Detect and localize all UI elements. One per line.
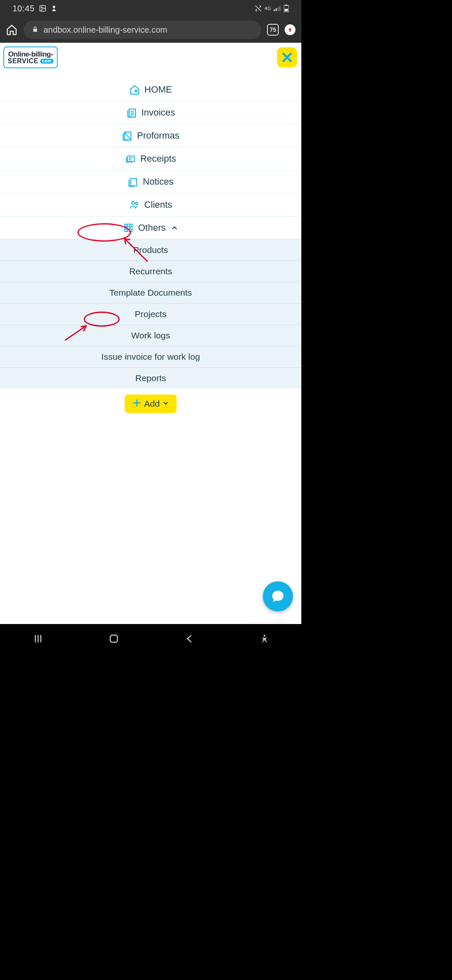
svg-rect-3 — [276, 8, 277, 11]
menu-item-proformas[interactable]: Proformas — [0, 124, 301, 147]
status-time: 10:45 — [13, 4, 35, 13]
menu-label: Notices — [143, 176, 173, 187]
sub-label: Projects — [135, 309, 167, 319]
sub-item-reports[interactable]: Reports — [0, 367, 301, 389]
others-submenu: Products Recurrents Template Documents P… — [0, 239, 301, 389]
sub-item-worklogs[interactable]: Work logs — [0, 325, 301, 346]
sub-item-recurrents[interactable]: Recurrents — [0, 260, 301, 282]
puzzle-icon — [123, 222, 134, 233]
menu-item-clients[interactable]: Clients — [0, 193, 301, 216]
nav-accessibility-button[interactable] — [260, 634, 269, 643]
site-logo[interactable]: Online-billing- SERVICE com — [3, 46, 58, 68]
menu-label: Proformas — [137, 130, 179, 141]
tab-count-label: 75 — [270, 26, 276, 33]
menu-item-receipts[interactable]: Receipts — [0, 147, 301, 170]
signal-icon — [274, 5, 281, 11]
svg-rect-7 — [285, 9, 288, 11]
image-icon — [39, 5, 46, 12]
url-text: andbox.online-billing-service.com — [44, 25, 167, 35]
sub-label: Issue invoice for work log — [101, 352, 200, 362]
lock-icon — [32, 25, 39, 35]
sub-label: Products — [134, 245, 168, 255]
svg-point-18 — [263, 634, 265, 637]
menu-label: Invoices — [141, 107, 175, 118]
plus-icon — [132, 398, 141, 410]
add-label: Add — [144, 399, 159, 409]
notices-icon — [128, 176, 139, 187]
browser-home-button[interactable] — [6, 24, 18, 36]
chat-fab[interactable] — [263, 581, 293, 611]
svg-rect-2 — [274, 10, 275, 11]
logo-tag: com — [40, 59, 54, 64]
chevron-down-icon — [162, 399, 169, 409]
android-nav-bar — [0, 624, 301, 653]
sub-item-issue-invoice[interactable]: Issue invoice for work log — [0, 346, 301, 367]
invoices-icon — [126, 107, 137, 118]
menu-item-invoices[interactable]: Invoices — [0, 101, 301, 124]
sub-label: Template Documents — [109, 288, 192, 298]
close-menu-button[interactable] — [277, 47, 297, 67]
logo-line2: SERVICE — [8, 58, 38, 64]
svg-rect-5 — [280, 6, 281, 11]
add-button[interactable]: Add — [125, 395, 176, 413]
sub-label: Recurrents — [129, 266, 172, 276]
network-label: 4G — [265, 6, 271, 11]
sub-label: Reports — [135, 373, 166, 383]
menu-label: Clients — [144, 199, 172, 210]
svg-rect-4 — [277, 7, 279, 11]
close-icon — [281, 51, 293, 64]
menu-label: HOME — [144, 84, 172, 95]
menu-label: Others — [138, 222, 166, 233]
chevron-up-icon — [171, 224, 178, 232]
tab-switcher-button[interactable]: 75 — [267, 24, 279, 36]
svg-rect-10 — [135, 90, 137, 92]
chat-icon — [270, 589, 285, 604]
sub-item-products[interactable]: Products — [0, 239, 301, 260]
logo-line1: Online-billing- — [8, 51, 53, 58]
menu-item-others[interactable]: Others — [0, 216, 301, 239]
menu-item-notices[interactable]: Notices — [0, 170, 301, 193]
svg-point-16 — [136, 202, 138, 204]
sub-label: Work logs — [131, 330, 170, 340]
home-icon — [129, 84, 140, 95]
browser-toolbar: andbox.online-billing-service.com 75 — [0, 17, 301, 43]
svg-point-15 — [132, 201, 135, 204]
svg-rect-9 — [33, 28, 37, 31]
main-menu: HOME Invoices Proformas Receipts Notices… — [0, 78, 301, 413]
nav-back-button[interactable] — [184, 633, 195, 644]
battery-icon — [284, 5, 289, 12]
svg-rect-13 — [128, 156, 135, 162]
nav-recents-button[interactable] — [33, 633, 44, 644]
url-bar[interactable]: andbox.online-billing-service.com — [23, 21, 261, 39]
page-content: Online-billing- SERVICE com HOME Invoice… — [0, 43, 301, 624]
proformas-icon — [122, 130, 133, 141]
nav-home-button[interactable] — [108, 633, 119, 644]
sub-item-templates[interactable]: Template Documents — [0, 282, 301, 303]
svg-rect-14 — [131, 178, 137, 186]
svg-point-1 — [41, 7, 42, 8]
browser-update-button[interactable] — [285, 24, 295, 35]
menu-label: Receipts — [140, 153, 176, 164]
android-status-bar: 10:45 4G — [0, 0, 301, 17]
menu-item-home[interactable]: HOME — [0, 78, 301, 101]
app-icon — [51, 5, 57, 12]
clients-icon — [129, 199, 140, 210]
receipts-icon — [125, 153, 136, 164]
site-header: Online-billing- SERVICE com — [0, 43, 301, 70]
svg-rect-8 — [285, 5, 287, 5]
vibrate-icon — [254, 5, 262, 12]
svg-rect-17 — [110, 635, 117, 642]
sub-item-projects[interactable]: Projects — [0, 303, 301, 325]
